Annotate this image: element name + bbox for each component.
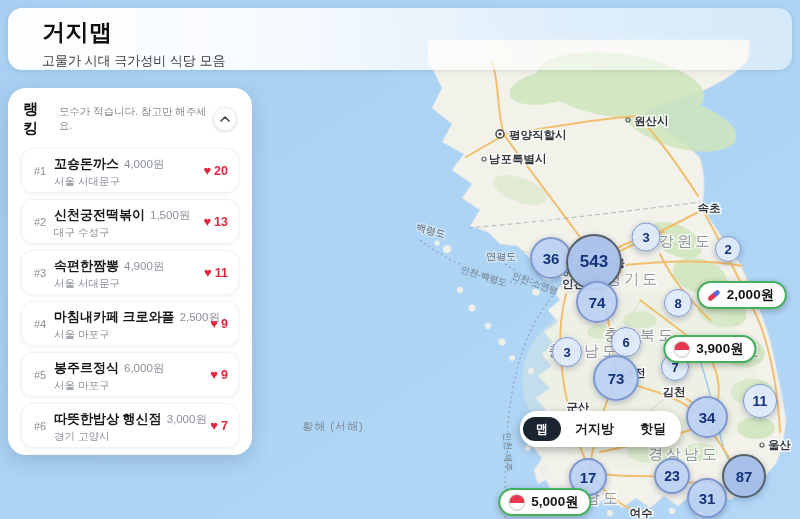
restaurant-price: 4,000원 (124, 158, 164, 170)
price-badge-label: 3,900원 (696, 340, 743, 358)
map-cluster[interactable]: 6 (611, 327, 641, 357)
restaurant-name: 따뜻한밥상 행신점 (54, 411, 162, 426)
chevron-up-icon (220, 116, 230, 122)
ranking-item[interactable]: #4 마침내카페 크로와플2,500원 서울 마포구 ♥9 (21, 301, 239, 346)
like-count: 13 (214, 215, 228, 229)
skewer-food-icon (707, 289, 721, 302)
like-count: 11 (215, 266, 228, 280)
page-subtitle: 고물가 시대 극가성비 식당 모음 (42, 52, 792, 70)
map-cluster[interactable]: 11 (743, 384, 777, 418)
like-count: 9 (221, 368, 228, 382)
restaurant-name: 봉주르정식 (54, 360, 119, 375)
like-count: 7 (221, 419, 228, 433)
map-cluster[interactable]: 73 (593, 355, 639, 401)
price-badge-label: 5,000원 (531, 493, 578, 511)
restaurant-price: 4,900원 (124, 260, 164, 272)
ranking-item[interactable]: #1 꼬숑돈까스4,000원 서울 서대문구 ♥20 (21, 148, 239, 193)
restaurant-name: 신천궁전떡볶이 (54, 207, 145, 222)
restaurant-location: 서울 서대문구 (54, 277, 204, 289)
restaurant-price: 6,000원 (124, 362, 164, 374)
page-title: 거지맵 (42, 17, 792, 48)
map-label-wonsan: 원산시 (634, 115, 669, 127)
rank-number: #5 (28, 369, 52, 381)
map-label-gangwon: 강원도 (659, 232, 713, 249)
map-cluster[interactable]: 87 (722, 454, 766, 498)
price-badge[interactable]: 3,900원 (663, 335, 756, 363)
heart-icon: ♥ (203, 215, 211, 228)
map-label-route-jeju: 인천-제주 (502, 432, 513, 471)
price-badge-label: 2,000원 (727, 286, 774, 304)
toggle-geojibang-button[interactable]: 거지방 (563, 417, 626, 441)
map-label-nampo: 남포특별시 (489, 153, 547, 165)
like-count: 20 (214, 164, 228, 178)
heart-icon: ♥ (204, 266, 212, 279)
map-label-yellow-sea: 황해 (서해) (302, 420, 363, 432)
map-cluster[interactable]: 2 (715, 236, 741, 262)
restaurant-name: 꼬숑돈까스 (54, 156, 119, 171)
ranking-item[interactable]: #3 속편한짬뽕4,900원 서울 서대문구 ♥11 (21, 250, 239, 295)
bowl-food-icon (673, 341, 690, 358)
rank-number: #2 (28, 216, 52, 228)
map-label-sokcho: 속초 (698, 202, 721, 214)
rank-number: #1 (28, 165, 52, 177)
map-cluster[interactable]: 8 (664, 289, 692, 317)
restaurant-name: 속편한짬뽕 (54, 258, 119, 273)
restaurant-name: 마침내카페 크로와플 (54, 309, 175, 324)
restaurant-price: 1,500원 (150, 209, 190, 221)
like-count: 9 (221, 317, 228, 331)
app-header: 거지맵 고물가 시대 극가성비 식당 모음 (8, 8, 792, 70)
map-cluster[interactable]: 3 (552, 337, 582, 367)
map-label-gimcheon: 김천 (663, 386, 686, 398)
ranking-item[interactable]: #2 신천궁전떡볶이1,500원 대구 수성구 ♥13 (21, 199, 239, 244)
toggle-map-button[interactable]: 맵 (523, 417, 561, 441)
map-label-pyongyang: 평양직할시 (509, 129, 567, 141)
map-label-ulsan: 울산 (768, 439, 792, 451)
restaurant-location: 서울 서대문구 (54, 175, 203, 187)
rank-number: #4 (28, 318, 52, 330)
restaurant-location: 서울 마포구 (54, 328, 210, 340)
map-label-gyeongnam: 경상남도 (648, 445, 720, 462)
ranking-panel: 랭킹 모수가 적습니다. 참고만 해주세요. #1 꼬숑돈까스4,000원 서울… (8, 88, 252, 455)
bowl-food-icon (508, 494, 525, 511)
map-cluster[interactable]: 23 (654, 458, 690, 494)
rank-number: #6 (28, 420, 52, 432)
toggle-hotdeal-button[interactable]: 핫딜 (628, 417, 678, 441)
price-badge[interactable]: 5,000원 (498, 488, 591, 516)
ranking-item[interactable]: #7 밀숲 수지구청점4,000원 경기 용인시 ♥7 (21, 454, 239, 455)
price-badge[interactable]: 2,000원 (697, 281, 787, 309)
heart-icon: ♥ (210, 368, 218, 381)
ranking-title: 랭킹 (23, 100, 52, 138)
heart-icon: ♥ (203, 164, 211, 177)
pyongyang-marker (496, 130, 504, 138)
map-cluster[interactable]: 34 (686, 396, 728, 438)
collapse-panel-button[interactable] (213, 107, 237, 131)
ranking-header: 랭킹 모수가 적습니다. 참고만 해주세요. (23, 100, 237, 138)
ranking-item[interactable]: #5 봉주르정식6,000원 서울 마포구 ♥9 (21, 352, 239, 397)
map-cluster[interactable]: 3 (632, 223, 661, 252)
heart-icon: ♥ (210, 317, 218, 330)
map-label-yeonpyeongdo: 연평도 (486, 251, 516, 262)
restaurant-location: 경기 고양시 (54, 430, 210, 442)
map-cluster[interactable]: 74 (576, 281, 618, 323)
ranking-item[interactable]: #6 따뜻한밥상 행신점3,000원 경기 고양시 ♥7 (21, 403, 239, 448)
view-toggle: 맵 거지방 핫딜 (520, 411, 681, 447)
heart-icon: ♥ (210, 419, 218, 432)
restaurant-location: 서울 마포구 (54, 379, 210, 391)
restaurant-price: 3,000원 (167, 413, 207, 425)
map-label-yeosu: 여수 (630, 507, 653, 519)
map-cluster[interactable]: 31 (687, 478, 727, 518)
ranking-note: 모수가 적습니다. 참고만 해주세요. (59, 105, 213, 133)
rank-number: #3 (28, 267, 52, 279)
restaurant-location: 대구 수성구 (54, 226, 203, 238)
